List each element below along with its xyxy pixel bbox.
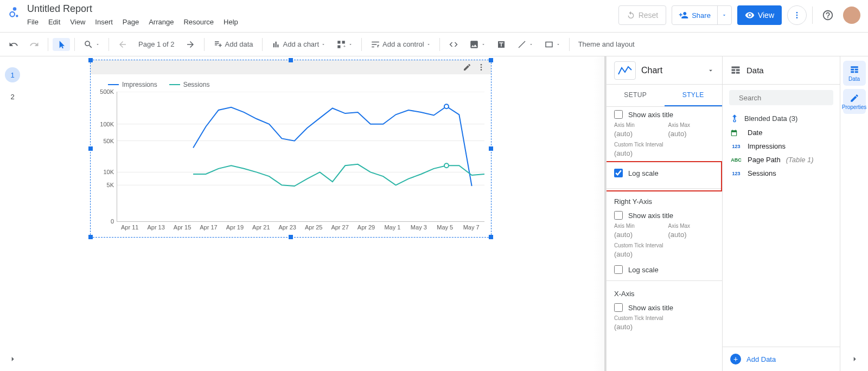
x-tick: May 3	[406, 224, 432, 231]
arrow-right-icon	[186, 40, 195, 49]
selected-chart[interactable]: Impressions Sessions 500K 100K 50K 10K 5…	[90, 60, 492, 238]
menu-bar: File Edit View Insert Page Arrange Resou…	[27, 18, 238, 26]
page-indicator[interactable]: Page 1 of 2	[134, 38, 179, 50]
report-canvas[interactable]: Impressions Sessions 500K 100K 50K 10K 5…	[25, 56, 606, 371]
y-tick: 500K	[95, 88, 114, 95]
resize-handle[interactable]	[88, 58, 93, 62]
zoom-tool[interactable]	[79, 37, 104, 52]
embed-button[interactable]	[444, 37, 463, 52]
field-row[interactable]: Date	[723, 126, 840, 139]
legend-impressions[interactable]: Impressions	[108, 81, 157, 88]
reset-label: Reset	[639, 11, 659, 20]
line-chart-icon	[617, 65, 633, 76]
person-add-icon	[679, 10, 688, 20]
rail-data-button[interactable]: Data	[843, 61, 866, 86]
x-tick: Apr 13	[143, 224, 169, 231]
collapse-rail-button[interactable]	[850, 355, 859, 363]
redo-button[interactable]	[25, 37, 43, 52]
style-scroll[interactable]: Show axis title Axis Min(auto) Axis Max(…	[607, 107, 722, 371]
add-chart-button[interactable]: Add a chart	[267, 37, 330, 52]
select-tool[interactable]	[53, 38, 70, 51]
menu-view[interactable]: View	[70, 18, 85, 26]
code-icon	[449, 40, 458, 49]
right-log-scale-checkbox[interactable]: Log scale	[607, 262, 722, 277]
log-scale-checkbox[interactable]: Log scale	[607, 161, 722, 185]
expand-pages-button[interactable]	[8, 355, 17, 363]
add-data-button[interactable]: Add data	[209, 37, 258, 52]
axis-min-field[interactable]: Axis Min(auto)	[614, 122, 661, 139]
shape-button[interactable]	[540, 37, 565, 52]
rail-properties-button[interactable]: Properties	[843, 89, 866, 114]
modules-icon: +	[336, 40, 346, 49]
line-icon	[517, 40, 527, 49]
resize-handle[interactable]	[289, 58, 293, 62]
x-tick: Apr 25	[301, 224, 327, 231]
svg-text:+: +	[343, 44, 346, 49]
share-dropdown[interactable]	[717, 6, 731, 24]
separator	[74, 38, 75, 51]
resize-handle[interactable]	[289, 235, 293, 239]
menu-arrange[interactable]: Arrange	[149, 18, 174, 26]
svg-point-19	[444, 104, 449, 108]
tab-setup[interactable]: SETUP	[607, 85, 665, 106]
legend-sessions[interactable]: Sessions	[169, 81, 210, 88]
menu-page[interactable]: Page	[123, 18, 139, 26]
page-thumb-1[interactable]: 1	[5, 67, 20, 82]
share-button[interactable]: Share	[672, 5, 732, 25]
chart-type-selector[interactable]: Chart	[607, 56, 722, 85]
add-control-button[interactable]: Add a control	[366, 37, 435, 52]
svg-point-0	[13, 7, 17, 11]
database-plus-icon	[213, 40, 223, 49]
field-row[interactable]: 123Sessions	[723, 167, 840, 180]
next-page-button[interactable]	[181, 37, 200, 52]
menu-insert[interactable]: Insert	[95, 18, 113, 26]
resize-handle[interactable]	[88, 235, 93, 239]
axis-max-field[interactable]: Axis Max(auto)	[668, 122, 715, 139]
separator	[262, 38, 263, 51]
x-custom-tick-field[interactable]: Custom Tick Interval(auto)	[614, 315, 714, 332]
theme-layout-button[interactable]: Theme and layout	[574, 38, 639, 50]
menu-edit[interactable]: Edit	[48, 18, 60, 26]
document-title[interactable]: Untitled Report	[27, 3, 238, 15]
y-tick: 100K	[95, 121, 114, 127]
text-button[interactable]	[492, 37, 510, 52]
undo-button[interactable]	[4, 37, 23, 52]
menu-help[interactable]: Help	[224, 18, 238, 26]
data-search[interactable]	[729, 90, 833, 105]
image-button[interactable]	[465, 37, 490, 52]
custom-tick-interval-field[interactable]: Custom Tick Interval(auto)	[614, 142, 714, 159]
search-input[interactable]	[739, 94, 830, 102]
tab-style[interactable]: STYLE	[665, 85, 723, 106]
x-show-axis-title-checkbox[interactable]: Show axis title	[607, 300, 722, 315]
right-show-axis-title-checkbox[interactable]: Show axis title	[607, 208, 722, 223]
resize-handle[interactable]	[88, 146, 93, 151]
user-avatar[interactable]	[843, 7, 860, 24]
resize-handle[interactable]	[489, 235, 493, 239]
prev-page-button[interactable]	[113, 37, 132, 52]
right-axis-max-field[interactable]: Axis Max(auto)	[668, 223, 715, 240]
line-button[interactable]	[513, 37, 538, 52]
add-data-button[interactable]: + Add Data	[723, 347, 840, 371]
field-row[interactable]: ABCPage Path (Table 1)	[723, 153, 840, 167]
view-button[interactable]: View	[737, 5, 782, 25]
field-row[interactable]: 123Impressions	[723, 139, 840, 153]
resize-handle[interactable]	[489, 58, 493, 62]
help-icon	[822, 9, 834, 21]
chevron-down-icon	[722, 12, 727, 18]
menu-file[interactable]: File	[27, 18, 39, 26]
right-custom-tick-field[interactable]: Custom Tick Interval(auto)	[614, 242, 714, 260]
eye-icon	[745, 10, 755, 20]
pencil-icon[interactable]	[463, 63, 471, 72]
more-vert-icon[interactable]	[477, 63, 486, 72]
menu-resource[interactable]: Resource	[183, 18, 214, 26]
more-options-button[interactable]	[787, 5, 807, 25]
reset-button[interactable]: Reset	[618, 5, 667, 25]
resize-handle[interactable]	[489, 146, 493, 151]
y-tick: 0	[95, 218, 114, 225]
show-axis-title-checkbox[interactable]: Show axis title	[607, 107, 722, 122]
right-axis-min-field[interactable]: Axis Min(auto)	[614, 223, 661, 240]
page-thumb-2[interactable]: 2	[5, 89, 20, 104]
help-button[interactable]	[818, 5, 838, 25]
community-viz-button[interactable]: +	[332, 37, 357, 52]
data-source-row[interactable]: Blended Data (3)	[723, 111, 840, 126]
